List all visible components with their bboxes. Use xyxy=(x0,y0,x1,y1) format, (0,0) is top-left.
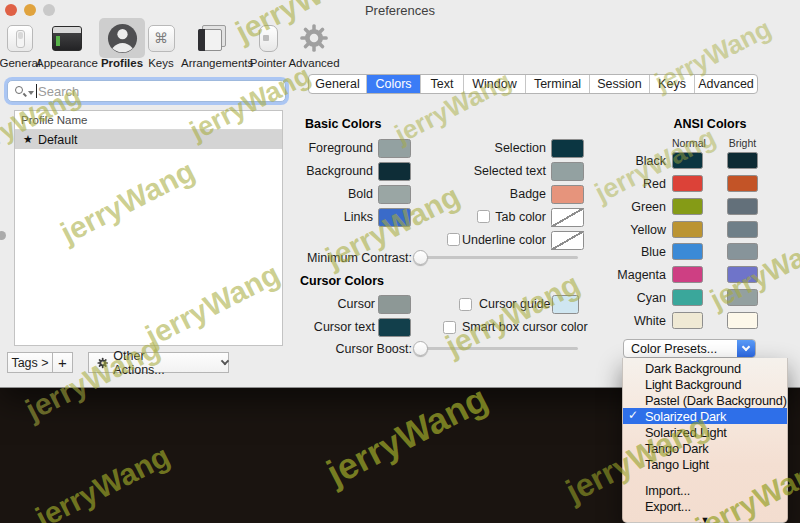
ansi-cyan-bright-swatch[interactable] xyxy=(727,289,758,306)
menu-scroll-more-icon[interactable]: ▼ xyxy=(623,514,787,523)
ansi-red-normal-swatch[interactable] xyxy=(672,175,703,192)
menu-item-solarized-dark[interactable]: ✓ Solarized Dark xyxy=(623,408,787,424)
selection-label: Selection xyxy=(495,141,546,155)
search-placeholder: Search xyxy=(38,84,79,99)
checkmark-icon: ✓ xyxy=(628,408,638,422)
arrangements-icon xyxy=(198,25,228,51)
tab-colors[interactable]: Colors xyxy=(367,75,421,93)
ansi-yellow-normal-swatch[interactable] xyxy=(672,221,703,238)
ansi-black-bright-swatch[interactable] xyxy=(727,152,758,169)
tab-color-label: Tab color xyxy=(495,210,546,224)
tab-color-swatch[interactable] xyxy=(551,208,584,227)
preferences-window: Preferences General Appearance Profiles … xyxy=(0,0,800,388)
toolbar-item-advanced[interactable]: Advanced xyxy=(282,20,346,69)
other-actions-chevron-icon xyxy=(221,357,229,365)
ansi-white-normal-swatch[interactable] xyxy=(672,312,703,329)
bold-label: Bold xyxy=(348,187,373,201)
ansi-blue-normal-swatch[interactable] xyxy=(672,243,703,260)
ansi-black-normal-swatch[interactable] xyxy=(672,152,703,169)
search-input[interactable]: Search xyxy=(7,80,286,102)
keys-icon: ⌘ xyxy=(148,25,175,52)
tab-color-checkbox[interactable] xyxy=(477,210,490,223)
background-label: Background xyxy=(306,164,373,178)
menu-item-export[interactable]: Export... xyxy=(623,498,787,514)
selected-text-label: Selected text xyxy=(474,164,546,178)
menu-item-tango-dark[interactable]: Tango Dark xyxy=(623,440,787,456)
cursor-guide-label: Cursor guide xyxy=(479,297,551,311)
menu-item-light-background[interactable]: Light Background xyxy=(623,376,787,392)
cursor-boost-knob[interactable] xyxy=(413,341,428,356)
cursor-guide-checkbox[interactable] xyxy=(459,298,472,311)
advanced-gear-icon xyxy=(299,23,329,53)
tab-keys[interactable]: Keys xyxy=(650,75,695,93)
links-swatch[interactable] xyxy=(378,208,411,227)
smart-box-checkbox[interactable] xyxy=(443,321,456,334)
underline-color-swatch[interactable] xyxy=(551,231,584,250)
screen: Preferences General Appearance Profiles … xyxy=(0,0,800,523)
ansi-magenta-label: Magenta xyxy=(617,268,666,282)
selection-swatch[interactable] xyxy=(551,139,584,158)
search-scope-chevron-icon xyxy=(28,91,34,95)
menu-item-pastel-dark-background[interactable]: Pastel (Dark Background) xyxy=(623,392,787,408)
tab-general[interactable]: General xyxy=(309,75,367,93)
color-presets-menu: Dark Background Light Background Pastel … xyxy=(622,358,788,523)
smart-box-label: Smart box cursor color xyxy=(462,320,588,334)
ansi-red-bright-swatch[interactable] xyxy=(727,175,758,192)
ansi-white-label: White xyxy=(634,314,666,328)
profile-list: Profile Name ★ Default xyxy=(14,110,283,346)
minimum-contrast-label: Minimum Contrast: xyxy=(307,251,412,265)
ansi-red-label: Red xyxy=(643,177,666,191)
ansi-green-bright-swatch[interactable] xyxy=(727,198,758,215)
badge-swatch[interactable] xyxy=(551,185,584,204)
tab-terminal[interactable]: Terminal xyxy=(526,75,590,93)
ansi-magenta-normal-swatch[interactable] xyxy=(672,266,703,283)
ansi-colors-heading: ANSI Colors xyxy=(640,117,780,131)
ansi-yellow-bright-swatch[interactable] xyxy=(727,221,758,238)
window-title: Preferences xyxy=(0,3,800,18)
menu-item-tango-light[interactable]: Tango Light xyxy=(623,456,787,472)
tab-window[interactable]: Window xyxy=(464,75,526,93)
links-label: Links xyxy=(344,210,373,224)
ansi-normal-column-header: Normal xyxy=(672,137,703,149)
cursor-text-swatch[interactable] xyxy=(378,318,411,337)
other-actions-button[interactable]: Other Actions... xyxy=(88,352,229,373)
titlebar: Preferences xyxy=(0,0,800,19)
foreground-swatch[interactable] xyxy=(378,139,411,158)
tab-session[interactable]: Session xyxy=(590,75,650,93)
profile-row-default[interactable]: ★ Default xyxy=(15,130,282,149)
menu-item-dark-background[interactable]: Dark Background xyxy=(623,360,787,376)
ansi-green-normal-swatch[interactable] xyxy=(672,198,703,215)
ansi-yellow-label: Yellow xyxy=(630,223,666,237)
cursor-guide-swatch[interactable] xyxy=(552,295,579,314)
tab-advanced[interactable]: Advanced xyxy=(695,75,757,93)
color-presets-popup[interactable]: Color Presets... xyxy=(623,339,756,358)
underline-color-checkbox[interactable] xyxy=(447,233,460,246)
ansi-cyan-normal-swatch[interactable] xyxy=(672,289,703,306)
general-icon xyxy=(7,25,33,52)
popup-chevron-icon xyxy=(737,340,755,357)
minimum-contrast-knob[interactable] xyxy=(413,250,428,265)
cursor-text-label: Cursor text xyxy=(314,320,375,334)
ansi-blue-bright-swatch[interactable] xyxy=(727,243,758,260)
selected-text-swatch[interactable] xyxy=(551,162,584,181)
default-star-icon: ★ xyxy=(23,133,33,146)
add-profile-button[interactable]: + xyxy=(52,352,73,373)
minimum-contrast-slider[interactable] xyxy=(418,256,578,259)
ansi-magenta-bright-swatch[interactable] xyxy=(727,266,758,283)
cursor-swatch[interactable] xyxy=(378,295,411,314)
background-swatch[interactable] xyxy=(378,162,411,181)
underline-color-label: Underline color xyxy=(462,233,546,247)
tab-text[interactable]: Text xyxy=(421,75,464,93)
tags-button[interactable]: Tags > xyxy=(7,352,53,373)
ansi-bright-column-header: Bright xyxy=(727,137,758,149)
bold-swatch[interactable] xyxy=(378,185,411,204)
ansi-white-bright-swatch[interactable] xyxy=(727,312,758,329)
menu-item-solarized-light[interactable]: Solarized Light xyxy=(623,424,787,440)
profile-name: Default xyxy=(38,133,78,147)
basic-colors-heading: Basic Colors xyxy=(305,117,381,131)
cursor-boost-slider[interactable] xyxy=(418,347,578,350)
profile-tabbar: General Colors Text Window Terminal Sess… xyxy=(308,74,758,94)
foreground-label: Foreground xyxy=(308,141,373,155)
ansi-blue-label: Blue xyxy=(641,245,666,259)
menu-item-import[interactable]: Import... xyxy=(623,482,787,498)
